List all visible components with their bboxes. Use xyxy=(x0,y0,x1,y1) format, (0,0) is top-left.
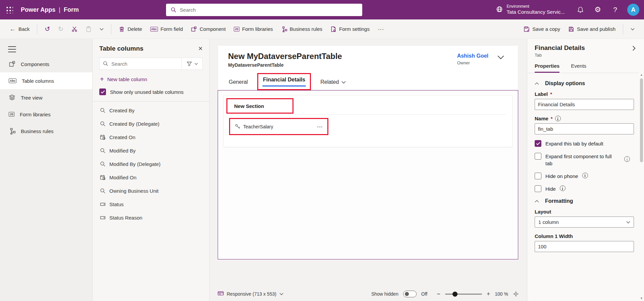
settings-button[interactable]: ⚙ xyxy=(590,0,606,19)
column-item-modified-by-delegate[interactable]: Modified By (Delegate) xyxy=(99,157,203,171)
cut-button[interactable] xyxy=(68,24,81,34)
redo-button[interactable]: ↻ xyxy=(55,24,67,34)
checkbox-unchecked[interactable] xyxy=(535,153,541,160)
checkbox-checked[interactable] xyxy=(535,140,541,147)
layout-select[interactable]: 1 column xyxy=(535,217,634,228)
component-label: Component xyxy=(200,26,226,32)
help-button[interactable]: ? xyxy=(607,0,623,19)
form-title: New MyDataverseParentTable xyxy=(228,52,342,61)
zoom-slider[interactable] xyxy=(445,294,482,295)
column-item-owning-business-unit[interactable]: Owning Business Unit xyxy=(99,184,203,197)
divider xyxy=(93,101,209,102)
section-card[interactable]: New Section TeacherSalary --- xyxy=(223,95,513,147)
expand-first-component-checkbox-row[interactable]: Expand first component to full tab xyxy=(535,153,634,167)
undo-button[interactable]: ↺ xyxy=(41,24,53,34)
form-libraries-button[interactable]: JS Form libraries xyxy=(230,24,276,34)
save-dropdown-button[interactable] xyxy=(627,26,638,33)
display-options-section-header[interactable]: Display options xyxy=(535,80,634,86)
business-rules-button[interactable]: Business rules xyxy=(278,24,326,34)
form-field-button[interactable]: Abc Form field xyxy=(147,24,186,34)
label-input[interactable] xyxy=(535,99,634,110)
global-search-input[interactable] xyxy=(180,7,358,13)
tab-events[interactable]: Events xyxy=(571,63,586,73)
info-icon[interactable] xyxy=(624,156,630,162)
hide-on-phone-checkbox-row[interactable]: Hide on phone xyxy=(535,173,634,180)
checkbox-label: Expand first component to full tab xyxy=(545,153,618,167)
tab-properties[interactable]: Properties xyxy=(535,63,559,73)
sidebar-item-table-columns[interactable]: Abc Table columns xyxy=(0,72,92,89)
save-and-publish-button[interactable]: Save and publish xyxy=(565,24,619,34)
show-hidden-toggle[interactable] xyxy=(403,291,417,297)
label-field-label: Label * xyxy=(535,91,634,97)
tab-content-selected[interactable]: New Section TeacherSalary --- xyxy=(218,90,518,259)
toggle-knob xyxy=(405,292,409,296)
tab-related[interactable]: Related xyxy=(320,76,346,90)
sidebar-item-components[interactable]: Components xyxy=(0,56,92,72)
header-chevron-down-icon[interactable] xyxy=(497,55,504,60)
zoom-in-button[interactable]: + xyxy=(487,291,490,297)
avatar[interactable]: A xyxy=(627,4,639,16)
columns-search[interactable] xyxy=(99,58,182,70)
waffle-menu-button[interactable] xyxy=(0,0,19,19)
info-icon[interactable] xyxy=(560,185,566,191)
environment-picker[interactable]: Environment Tata Consultancy Servic... xyxy=(492,4,571,15)
save-a-copy-button[interactable]: Save a copy xyxy=(520,24,564,34)
overflow-button[interactable]: ··· xyxy=(374,24,387,34)
checkbox-unchecked[interactable] xyxy=(535,173,541,179)
paste-button[interactable] xyxy=(82,24,95,34)
back-button[interactable]: ← Back xyxy=(6,24,33,34)
clipboard-dropdown-button[interactable] xyxy=(96,26,107,33)
column-item-status[interactable]: Status xyxy=(99,197,203,211)
column-item-created-by-delegate[interactable]: Created By (Delegate) xyxy=(99,117,203,130)
scrollbar-thumb[interactable] xyxy=(640,78,643,162)
checkbox-checked[interactable] xyxy=(99,88,106,95)
expand-tab-default-checkbox-row[interactable]: Expand this tab by default xyxy=(535,140,634,147)
column-item-created-by[interactable]: Created By xyxy=(99,104,203,117)
column-item-status-reason[interactable]: Status Reason xyxy=(99,211,203,224)
properties-header: Financial Details Tab xyxy=(535,44,637,58)
column1-width-input[interactable] xyxy=(535,241,634,252)
sidebar-item-tree-view[interactable]: Tree view xyxy=(0,89,92,106)
responsive-preview-selector[interactable]: Responsive (713 x 553) xyxy=(218,291,283,297)
info-icon[interactable] xyxy=(555,116,561,121)
globe-icon xyxy=(495,6,503,14)
zoom-out-button[interactable]: − xyxy=(437,291,440,297)
filter-button[interactable] xyxy=(182,58,203,70)
section-title-highlight[interactable]: New Section xyxy=(226,98,293,114)
sidebar-item-business-rules[interactable]: Business rules xyxy=(0,123,92,139)
formatting-section-header[interactable]: Formatting xyxy=(535,198,634,204)
collapse-panel-chevron-right-icon[interactable] xyxy=(631,46,637,51)
properties-scrollbar[interactable]: ▲ ▼ xyxy=(639,72,644,301)
collapse-nav-button[interactable] xyxy=(8,46,16,52)
global-search[interactable] xyxy=(166,4,362,16)
component-button[interactable]: Component xyxy=(187,24,229,34)
checkbox-unchecked[interactable] xyxy=(535,185,541,192)
fit-to-screen-icon[interactable] xyxy=(513,291,519,297)
owner-field[interactable]: Ashish Goel Owner xyxy=(457,53,488,65)
zoom-slider-knob[interactable] xyxy=(452,292,458,297)
lookup-icon xyxy=(100,108,106,113)
help-icon: ? xyxy=(613,6,617,14)
divider xyxy=(111,24,111,34)
close-panel-button[interactable]: × xyxy=(198,45,203,52)
info-icon[interactable] xyxy=(582,173,588,178)
column-item-modified-by[interactable]: Modified By xyxy=(99,144,203,157)
columns-search-input[interactable] xyxy=(111,61,178,67)
form-settings-button[interactable]: Form settings xyxy=(327,24,373,34)
column-item-modified-on[interactable]: Modified On xyxy=(99,171,203,184)
column-item-created-on[interactable]: Created On xyxy=(99,130,203,144)
tab-general[interactable]: General xyxy=(228,76,249,90)
notifications-button[interactable] xyxy=(572,0,588,19)
delete-button[interactable]: Delete xyxy=(115,24,145,34)
field-teachersalary-highlight[interactable]: TeacherSalary --- xyxy=(229,118,328,135)
scroll-up-arrow[interactable]: ▲ xyxy=(639,73,644,76)
sidebar-item-form-libraries[interactable]: JS Form libraries xyxy=(0,106,92,123)
tab-financial-details-highlight[interactable]: Financial Details xyxy=(257,73,311,90)
chevron-up-icon xyxy=(535,82,539,85)
hide-checkbox-row[interactable]: Hide xyxy=(535,185,634,192)
show-only-unused-checkbox-row[interactable]: Show only unused table columns xyxy=(99,88,203,95)
scroll-down-arrow[interactable]: ▼ xyxy=(639,297,644,300)
owner-name-link[interactable]: Ashish Goel xyxy=(457,53,488,59)
name-input[interactable] xyxy=(535,123,634,134)
new-table-column-button[interactable]: + New table column xyxy=(100,76,203,82)
